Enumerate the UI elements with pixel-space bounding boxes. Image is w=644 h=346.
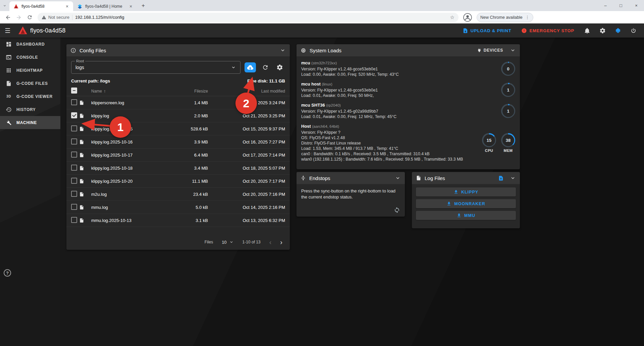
root-select[interactable]: Root logs	[71, 61, 240, 74]
download-icon	[446, 201, 451, 206]
table-row[interactable]: klippy.log 2.0 MB Oct 21, 2025 3:25 PM	[66, 109, 290, 122]
system-load-line: Version: Fly-Klipper v1.2.45-g02a98d9bb7	[301, 109, 498, 114]
tab-close-icon[interactable]: ×	[128, 4, 133, 9]
sync-button[interactable]	[394, 207, 400, 213]
table-row[interactable]: klipperscreen.log 1.4 MB Oct 21, 2025 3:…	[66, 96, 290, 109]
table-row[interactable]: mmu.log 5.0 kB Oct 14, 2025 2:16 PM	[66, 201, 290, 214]
endstops-header[interactable]: Endstops	[297, 172, 405, 184]
table-row[interactable]: mmu.log.2025-10-13 3.1 kB Oct 13, 2025 6…	[66, 214, 290, 227]
system-load-line: Load: 0.01, Awake: 0.00, Freq: 12 MHz, T…	[301, 114, 498, 119]
help-button[interactable]: ?	[4, 269, 11, 277]
row-checkbox[interactable]	[71, 99, 77, 105]
refresh-icon[interactable]	[25, 13, 34, 22]
tab-close-icon[interactable]: ×	[64, 4, 70, 9]
log-download-label: KLIPPY	[461, 190, 478, 194]
log-download-button[interactable]: MMU	[416, 211, 516, 220]
emergency-stop-label: EMERGENCY STOP	[529, 28, 574, 33]
devices-button[interactable]: DEVICES	[477, 48, 503, 53]
log-download-button[interactable]: KLIPPY	[416, 187, 516, 196]
chevron-down-icon[interactable]	[510, 175, 516, 181]
row-checkbox[interactable]	[71, 125, 77, 131]
mcu-name: mcu	[301, 60, 310, 65]
sidebar-item-console[interactable]: CONSOLE	[0, 51, 60, 64]
chevron-down-icon[interactable]	[395, 175, 401, 181]
table-row[interactable]: klippy.log.2025-10-15 528.6 kB Oct 15, 2…	[66, 122, 290, 135]
file-icon	[79, 126, 84, 131]
window-maximize-button[interactable]: □	[613, 0, 629, 11]
sidebar-item-machine[interactable]: MACHINE	[0, 116, 60, 129]
address-bar[interactable]: Not secure 192.168.1.125/m/#/config ☆	[38, 13, 459, 22]
row-checkbox[interactable]	[71, 138, 77, 145]
previous-page-button[interactable]: ‹	[269, 239, 272, 245]
refresh-button[interactable]	[260, 62, 271, 73]
column-last-modified[interactable]: Last modified	[208, 89, 285, 94]
per-page-select[interactable]: 10	[222, 240, 233, 245]
next-page-button[interactable]: ›	[280, 239, 282, 245]
host-name: Host	[301, 124, 311, 129]
sidebar-item-gcode-files[interactable]: G-CODE FILES	[0, 77, 60, 90]
new-tab-button[interactable]: +	[139, 1, 148, 10]
mcu-host-name: mcu host	[301, 81, 321, 86]
settings-gear-icon[interactable]	[596, 24, 608, 37]
file-size: 23.4 kB	[158, 192, 208, 197]
system-loads-header[interactable]: System Loads DEVICES	[297, 44, 520, 56]
download-logs-button[interactable]	[498, 175, 504, 181]
select-all-checkbox[interactable]	[71, 88, 77, 94]
system-load-line: Version: Fly-Klipper v1.2.48-gcce53eb0e1	[301, 88, 498, 93]
system-load-entry-host: Host (aarch64, 64bit) Version: Fly-Klipp…	[301, 124, 515, 162]
column-name[interactable]: Name ↑	[91, 89, 158, 94]
table-row[interactable]: klippy.log.2025-10-18 3.4 MB Oct 18, 202…	[66, 162, 290, 175]
table-row[interactable]: klippy.log.2025-10-17 6.4 MB Oct 17, 202…	[66, 149, 290, 162]
config-files-toolbar: Root logs	[66, 56, 290, 74]
power-icon[interactable]	[627, 24, 639, 37]
config-files-header[interactable]: Config Files	[66, 44, 290, 56]
sidebar-item-dashboard[interactable]: DASHBOARD	[0, 38, 60, 51]
table-row[interactable]: klippy.log.2025-10-16 3.9 MB Oct 16, 202…	[66, 135, 290, 149]
row-checkbox[interactable]	[71, 204, 77, 210]
chevron-down-icon[interactable]	[280, 47, 286, 53]
window-minimize-button[interactable]: –	[598, 0, 613, 11]
forward-icon[interactable]	[14, 13, 23, 22]
browser-tab-active[interactable]: flyos-0a4d58 ×	[9, 1, 73, 11]
row-checkbox[interactable]	[71, 165, 77, 171]
chevron-down-icon[interactable]	[510, 47, 516, 53]
back-icon[interactable]	[3, 13, 13, 22]
tab-search-chevron-icon[interactable]	[0, 1, 9, 10]
log-download-label: MMU	[464, 213, 475, 218]
sidebar-item-heightmap[interactable]: HEIGHTMAP	[0, 64, 60, 77]
column-filesize[interactable]: Filesize	[158, 89, 208, 94]
notifications-bell-icon[interactable]	[581, 24, 593, 37]
row-checkbox[interactable]	[71, 217, 77, 223]
file-size: 1.4 MB	[158, 100, 208, 105]
cloud-download-button[interactable]	[245, 62, 256, 72]
bookmark-star-icon[interactable]: ☆	[450, 14, 454, 20]
window-close-button[interactable]: ×	[629, 0, 644, 11]
upload-print-button[interactable]: UPLOAD & PRINT	[459, 25, 515, 36]
log-download-button[interactable]: MOONRAKER	[416, 199, 516, 208]
url-text[interactable]: 192.168.1.125/m/#/config	[75, 15, 447, 20]
hamburger-menu-icon[interactable]: ☰	[5, 27, 15, 35]
sidebar-item-history[interactable]: HISTORY	[0, 103, 60, 116]
table-row[interactable]: m2u.log 23.4 kB Oct 20, 2025 7:16 PM	[66, 188, 290, 201]
layers-icon[interactable]	[612, 24, 624, 37]
file-name: klippy.log.2025-10-15	[91, 126, 158, 131]
row-checkbox[interactable]	[71, 152, 77, 158]
download-icon	[457, 213, 462, 218]
security-indicator[interactable]: Not secure	[42, 15, 69, 20]
browser-menu-icon[interactable]: ⋮	[525, 15, 530, 20]
chrome-update-button[interactable]: New Chrome available ⋮	[477, 13, 533, 22]
log-files-header[interactable]: Log Files	[412, 172, 520, 184]
browser-tab[interactable]: flyos-0a4d58 | Home ×	[73, 1, 137, 11]
profile-icon[interactable]	[463, 13, 472, 22]
file-name: klippy.log.2025-10-16	[91, 139, 158, 145]
table-row[interactable]: klippy.log.2025-10-20 11.1 MB Oct 20, 20…	[66, 175, 290, 188]
row-checkbox[interactable]	[71, 178, 77, 184]
emergency-stop-button[interactable]: EMERGENCY STOP	[518, 25, 578, 36]
row-checkbox[interactable]	[71, 191, 77, 197]
table-settings-button[interactable]	[274, 62, 285, 73]
system-load-line: Load: 1.53, Mem: 345.4 MB / 913.7 MB , T…	[301, 146, 479, 151]
sidebar-item-gcode-viewer[interactable]: 3D G-CODE VIEWER	[0, 90, 60, 103]
file-modified: Oct 20, 2025 7:16 PM	[208, 192, 285, 197]
chevron-down-icon[interactable]	[231, 65, 236, 70]
row-checkbox[interactable]	[71, 112, 77, 118]
